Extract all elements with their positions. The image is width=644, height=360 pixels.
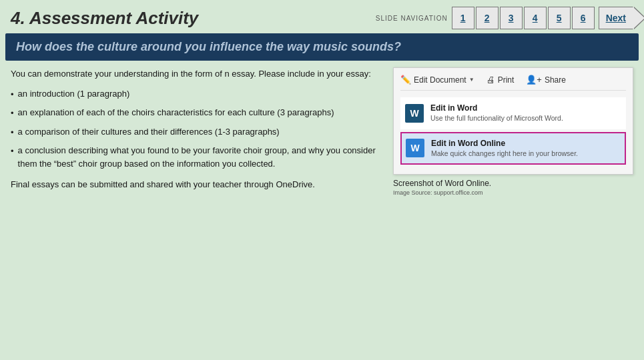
main-content: You can demonstrate your understanding i… bbox=[0, 67, 644, 196]
edit-in-word-online-text: Edit in Word Online Make quick changes r… bbox=[431, 139, 578, 159]
edit-in-word-desc: Use the full functionality of Microsoft … bbox=[430, 114, 563, 123]
slide-nav-buttons: 1 2 3 4 5 6 Next bbox=[452, 7, 633, 29]
edit-in-word-online-item[interactable]: W Edit in Word Online Make quick changes… bbox=[400, 132, 626, 165]
edit-doc-label: Edit Document bbox=[414, 75, 466, 85]
screenshot-source: Image Source: support.office.com bbox=[393, 189, 633, 196]
heading-banner: How does the culture around you influenc… bbox=[5, 33, 639, 61]
share-icon: 👤+ bbox=[526, 75, 542, 85]
word-online-icon-letter: W bbox=[410, 143, 419, 153]
bullet-icon: • bbox=[11, 88, 14, 101]
print-icon: 🖨 bbox=[487, 75, 495, 85]
edit-in-word-item[interactable]: W Edit in Word Use the full functionalit… bbox=[400, 97, 626, 129]
list-item: • an explanation of each of the choirs c… bbox=[11, 106, 380, 120]
screenshot-caption: Screenshot of Word Online. bbox=[393, 179, 633, 188]
right-column: ✏️ Edit Document ▼ 🖨 Print 👤+ Share W bbox=[393, 67, 633, 196]
bullet-list: • an introduction (1 paragraph) • an exp… bbox=[11, 87, 380, 171]
next-label: Next bbox=[606, 13, 626, 23]
list-item: • a comparison of their cultures and the… bbox=[11, 125, 380, 139]
bullet-text: a comparison of their cultures and their… bbox=[18, 125, 280, 139]
list-item: • an introduction (1 paragraph) bbox=[11, 87, 380, 101]
bullet-text: an introduction (1 paragraph) bbox=[18, 87, 130, 101]
edit-in-word-online-desc: Make quick changes right here in your br… bbox=[431, 149, 578, 159]
list-item: • a conclusion describing what you found… bbox=[11, 144, 380, 170]
slide-btn-1[interactable]: 1 bbox=[452, 7, 474, 29]
bullet-text: a conclusion describing what you found t… bbox=[18, 144, 380, 170]
slide-btn-6[interactable]: 6 bbox=[572, 7, 595, 29]
word-icon: W bbox=[405, 104, 424, 123]
edit-in-word-text: Edit in Word Use the full functionality … bbox=[430, 103, 563, 123]
print-label: Print bbox=[498, 75, 515, 85]
word-online-icon: W bbox=[406, 139, 424, 157]
edit-in-word-online-title: Edit in Word Online bbox=[431, 139, 578, 148]
ws-toolbar: ✏️ Edit Document ▼ 🖨 Print 👤+ Share bbox=[400, 75, 626, 91]
dropdown-icon: ▼ bbox=[469, 77, 474, 83]
header: 4. Assessment Activity SLIDE NAVIGATION … bbox=[0, 0, 644, 33]
page-title: 4. Assessment Activity bbox=[11, 8, 198, 29]
heading-text: How does the culture around you influenc… bbox=[16, 40, 401, 53]
slide-btn-4[interactable]: 4 bbox=[524, 7, 547, 29]
next-arrow-icon bbox=[633, 7, 644, 29]
share-label: Share bbox=[545, 75, 566, 85]
share-button[interactable]: 👤+ Share bbox=[526, 75, 566, 85]
bullet-icon: • bbox=[11, 145, 14, 158]
intro-text: You can demonstrate your understanding i… bbox=[11, 67, 380, 81]
edit-document-button[interactable]: ✏️ Edit Document ▼ bbox=[400, 75, 474, 85]
bullet-icon: • bbox=[11, 126, 14, 139]
slide-btn-3[interactable]: 3 bbox=[500, 7, 523, 29]
bullet-text: an explanation of each of the choirs cha… bbox=[18, 106, 334, 119]
slide-btn-5[interactable]: 5 bbox=[548, 7, 571, 29]
word-screenshot: ✏️ Edit Document ▼ 🖨 Print 👤+ Share W bbox=[393, 67, 633, 175]
word-icon-letter: W bbox=[410, 108, 418, 119]
pencil-icon: ✏️ bbox=[400, 75, 411, 85]
footer-text: Final essays can be submitted and shared… bbox=[11, 178, 380, 191]
slide-nav-label: SLIDE NAVIGATION bbox=[376, 15, 448, 22]
slide-navigation: SLIDE NAVIGATION 1 2 3 4 5 6 Next bbox=[376, 7, 633, 29]
next-button[interactable]: Next bbox=[599, 7, 633, 29]
bullet-icon: • bbox=[11, 107, 14, 120]
print-button[interactable]: 🖨 Print bbox=[487, 75, 515, 85]
slide-btn-2[interactable]: 2 bbox=[476, 7, 499, 29]
left-column: You can demonstrate your understanding i… bbox=[11, 67, 380, 196]
edit-in-word-title: Edit in Word bbox=[430, 103, 563, 113]
